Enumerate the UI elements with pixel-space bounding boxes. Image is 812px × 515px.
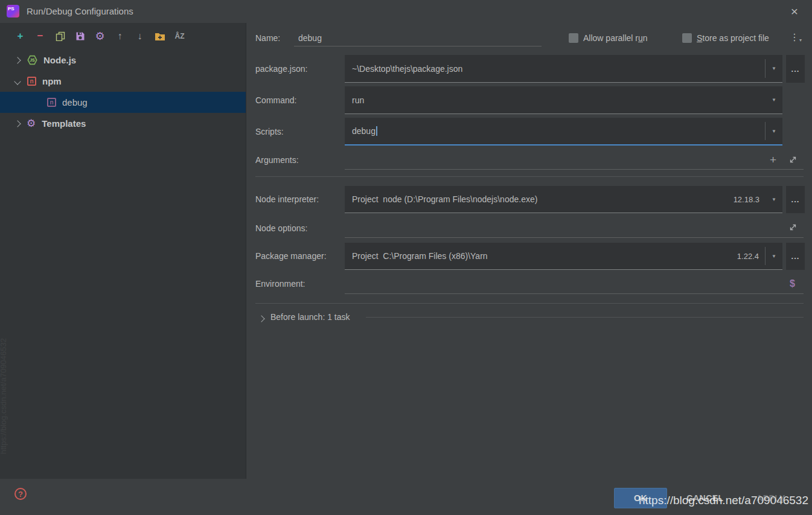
kebab-menu-icon[interactable]: ⋮▾ [790,31,802,43]
tree-item-templates[interactable]: ⚙ Templates [0,113,246,134]
tree-item-label: Node.js [43,55,76,65]
dropdown-arrow-icon[interactable]: ▼ [766,129,782,134]
package-json-value: ~\Desktop\thejs\package.json [345,64,765,74]
save-configuration-icon[interactable] [74,31,86,42]
dropdown-arrow-icon[interactable]: ▼ [766,66,782,71]
arguments-input[interactable] [345,153,804,170]
node-interpreter-version: 12.18.3 [734,195,766,204]
section-separator [255,176,804,177]
tree-item-debug-selected[interactable]: n debug [0,92,246,113]
environment-input[interactable] [345,277,804,294]
dropdown-arrow-icon[interactable]: ▼ [766,254,782,259]
node-interpreter-combobox[interactable]: Project node (D:\Program Files\nodejs\no… [345,186,782,213]
allow-parallel-run-checkbox[interactable] [569,33,578,43]
sort-configurations-icon[interactable]: ÂZ [174,31,185,42]
name-input[interactable]: debug [294,30,542,46]
node-interpreter-value: Project node (D:\Program Files\nodejs\no… [345,194,734,204]
configuration-form-panel: Name: debug Allow parallel run Store as … [247,23,812,479]
sidebar-toolbar: + − ⚙ ↑ ↓ ÂZ [0,23,246,50]
move-up-icon[interactable]: ↑ [114,31,126,42]
package-json-label: package.json: [255,64,307,74]
close-icon[interactable]: × [787,4,802,19]
environment-variables-icon[interactable]: $ [790,278,795,289]
node-interpreter-browse-button[interactable]: ... [786,186,805,213]
allow-parallel-run-label[interactable]: Allow parallel run [583,33,648,43]
tree-item-label: npm [42,76,62,86]
package-manager-value: Project C:\Program Files (x86)\Yarn [345,251,737,261]
tree-item-label: debug [62,97,88,107]
help-icon[interactable]: ? [14,488,27,500]
chevron-right-icon[interactable] [14,120,21,127]
dropdown-arrow-icon[interactable]: ▼ [766,197,782,202]
dropdown-arrow-icon[interactable]: ▼ [766,97,782,103]
text-caret [376,126,377,136]
remove-configuration-icon[interactable]: − [34,31,46,42]
scripts-label: Scripts: [255,127,284,136]
nodejs-icon: JS [27,55,37,65]
package-manager-label: Package manager: [255,251,327,261]
csdn-watermark-vertical: https://blog.csdn.net/a709046532 [0,338,8,454]
tree-item-label: Templates [42,118,86,129]
configurations-sidebar: + − ⚙ ↑ ↓ ÂZ [0,23,246,479]
store-as-project-file-label[interactable]: Store as project file [697,33,769,43]
tree-item-npm[interactable]: n npm [0,71,246,92]
npm-icon: n [27,77,36,86]
copy-configuration-icon[interactable] [54,31,66,42]
command-value: run [345,95,766,105]
phpstorm-logo-icon: PS [7,5,19,18]
configurations-tree: JS Node.js n npm n debug ⚙ Templates [0,50,246,134]
chevron-right-icon[interactable] [14,57,21,63]
templates-gear-icon: ⚙ [27,118,36,129]
before-launch-chevron-icon[interactable] [259,313,264,323]
edit-templates-gear-icon[interactable]: ⚙ [94,31,106,42]
command-combobox[interactable]: run ▼ [345,86,782,114]
package-json-browse-button[interactable]: ... [786,55,805,83]
tree-item-nodejs[interactable]: JS Node.js [0,50,246,71]
scripts-combobox[interactable]: debug ▼ [345,118,782,146]
command-label: Command: [255,95,296,105]
dialog-title: Run/Debug Configurations [27,6,133,16]
node-interpreter-label: Node interpreter: [255,194,319,204]
section-separator [255,303,804,304]
name-label: Name: [255,33,280,43]
expand-field-icon[interactable] [788,155,798,164]
add-configuration-icon[interactable]: + [14,31,26,42]
node-options-input[interactable] [345,221,804,238]
package-manager-combobox[interactable]: Project C:\Program Files (x86)\Yarn 1.22… [345,243,782,270]
add-argument-icon[interactable]: + [770,153,776,167]
package-manager-version: 1.22.4 [737,252,765,261]
node-options-label: Node options: [255,223,307,233]
npm-icon: n [47,98,56,107]
new-folder-icon[interactable] [154,31,165,42]
dialog-titlebar: PS Run/Debug Configurations × [0,0,812,23]
package-json-combobox[interactable]: ~\Desktop\thejs\package.json ▼ [345,55,782,83]
expand-field-icon[interactable] [788,223,798,232]
package-manager-browse-button[interactable]: ... [786,243,805,270]
environment-label: Environment: [255,279,305,289]
arguments-label: Arguments: [255,155,299,165]
move-down-icon[interactable]: ↓ [134,31,145,42]
before-launch-rule [366,317,804,318]
scripts-value: debug [345,126,765,136]
before-launch-label[interactable]: Before launch: 1 task [270,312,350,322]
csdn-watermark: https://blog.csdn.net/a709046532 [639,494,808,507]
store-as-project-file-checkbox[interactable] [682,33,692,43]
chevron-down-icon[interactable] [14,78,21,85]
